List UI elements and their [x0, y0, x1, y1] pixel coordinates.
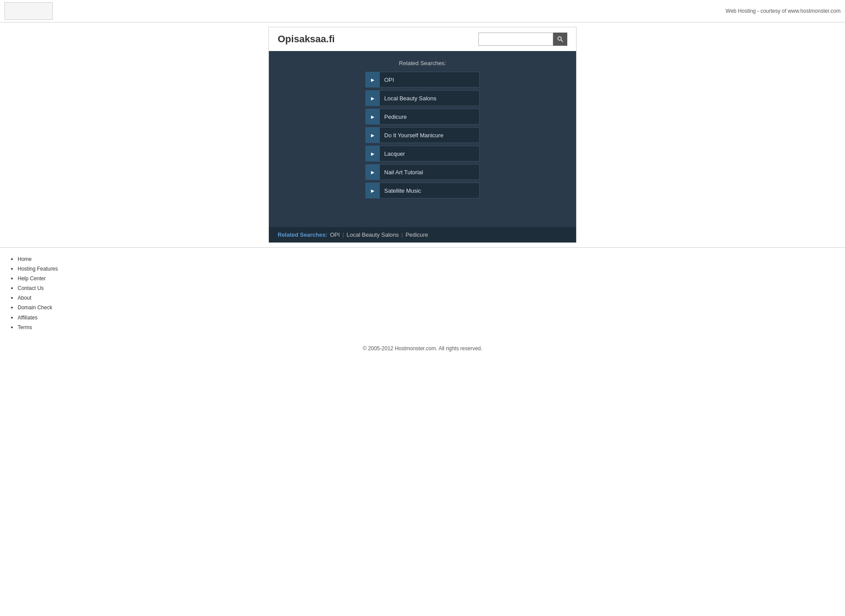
footer-link[interactable]: Home — [18, 256, 32, 262]
related-searches-heading: Related Searches: — [269, 60, 576, 66]
footer-link[interactable]: Terms — [18, 324, 32, 330]
bottom-link[interactable]: Pedicure — [405, 231, 428, 238]
bottom-bar: Related Searches: OPI|Local Beauty Salon… — [269, 227, 576, 242]
footer-list-item: Domain Check — [18, 303, 836, 312]
footer-list-item: Home — [18, 254, 836, 264]
footer-list-item: About — [18, 293, 836, 303]
arrow-icon — [366, 183, 380, 198]
footer-list-item: Hosting Features — [18, 264, 836, 274]
search-item-label: Satellite Music — [380, 187, 421, 194]
search-item[interactable]: OPI — [365, 72, 480, 88]
content-area: Related Searches: OPILocal Beauty Salons… — [269, 51, 576, 227]
footer-link[interactable]: About — [18, 295, 31, 301]
footer-link[interactable]: Affiliates — [18, 315, 37, 321]
search-item-label: Local Beauty Salons — [380, 95, 437, 102]
arrow-icon — [366, 127, 380, 143]
bottom-sep: | — [401, 231, 403, 238]
bottom-link[interactable]: Local Beauty Salons — [347, 231, 399, 238]
copyright: © 2005-2012 Hostmonster.com. All rights … — [0, 339, 845, 365]
main-container: Opisaksaa.fi Related Searches: OPILocal … — [268, 27, 577, 243]
footer-link[interactable]: Help Center — [18, 275, 46, 282]
footer-list-item: Contact Us — [18, 283, 836, 293]
footer-link[interactable]: Contact Us — [18, 285, 44, 291]
search-item[interactable]: Satellite Music — [365, 183, 480, 198]
search-icon — [557, 36, 563, 42]
search-item[interactable]: Lacquer — [365, 146, 480, 161]
search-items-list: OPILocal Beauty SalonsPedicureDo It Your… — [269, 72, 576, 198]
search-item[interactable]: Do It Yourself Manicure — [365, 127, 480, 143]
arrow-icon — [366, 164, 380, 180]
footer-links-list: HomeHosting FeaturesHelp CenterContact U… — [9, 254, 836, 332]
search-item-label: Lacquer — [380, 150, 405, 157]
search-input[interactable] — [478, 33, 553, 46]
footer-list-item: Affiliates — [18, 313, 836, 323]
search-item[interactable]: Pedicure — [365, 109, 480, 125]
arrow-icon — [366, 109, 380, 125]
top-logo — [4, 2, 53, 20]
search-item-label: Nail Art Tutorial — [380, 169, 423, 176]
svg-point-0 — [558, 37, 562, 40]
search-item-label: OPI — [380, 77, 394, 83]
arrow-icon — [366, 146, 380, 161]
bottom-link[interactable]: OPI — [330, 231, 340, 238]
footer-link[interactable]: Hosting Features — [18, 266, 58, 272]
site-header: Opisaksaa.fi — [269, 27, 576, 51]
arrow-icon — [366, 90, 380, 106]
search-item-label: Pedicure — [380, 114, 407, 120]
top-bar: Web Hosting - courtesy of www.hostmonste… — [0, 0, 845, 22]
search-item-label: Do It Yourself Manicure — [380, 132, 443, 139]
search-item[interactable]: Nail Art Tutorial — [365, 164, 480, 180]
svg-line-1 — [561, 40, 563, 42]
search-item[interactable]: Local Beauty Salons — [365, 90, 480, 106]
footer-link[interactable]: Domain Check — [18, 304, 52, 311]
search-button[interactable] — [553, 33, 567, 46]
footer-nav: HomeHosting FeaturesHelp CenterContact U… — [0, 247, 845, 339]
footer-list-item: Terms — [18, 323, 836, 332]
bottom-sep: | — [342, 231, 344, 238]
site-title: Opisaksaa.fi — [278, 33, 335, 45]
arrow-icon — [366, 72, 380, 88]
search-box — [478, 33, 567, 46]
hosting-text: Web Hosting - courtesy of www.hostmonste… — [726, 8, 841, 14]
bottom-related-label: Related Searches: — [278, 231, 327, 238]
footer-list-item: Help Center — [18, 274, 836, 283]
